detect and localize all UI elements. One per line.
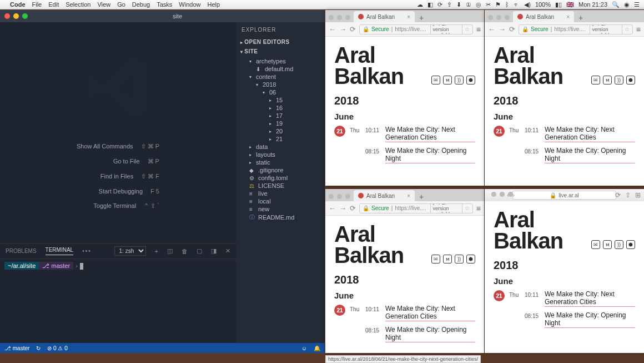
zoom-icon[interactable]	[345, 15, 350, 20]
back-icon[interactable]: ←	[488, 25, 495, 33]
menu-window[interactable]: Window	[179, 1, 200, 8]
back-icon[interactable]: ←	[329, 204, 336, 212]
share-icon[interactable]: ⇪	[625, 191, 631, 199]
new-tab-icon[interactable]: +	[415, 192, 428, 201]
tab-problems[interactable]: PROBLEMS	[6, 248, 37, 254]
rss-icon[interactable]: ))	[615, 240, 623, 249]
menubar-icon[interactable]: ✂	[486, 1, 491, 8]
address-bar[interactable]: 🔒live.ar.al	[512, 191, 616, 200]
address-bar[interactable]: 🔒 Secure | https://live.... ⇄ P2P versio…	[359, 24, 473, 34]
volume-icon[interactable]: ◀)	[524, 1, 531, 8]
close-tab-icon[interactable]: ×	[407, 193, 410, 199]
battery-icon[interactable]: ▮▯	[555, 1, 562, 8]
back-icon[interactable]: ←	[329, 25, 336, 33]
minimize-icon[interactable]	[337, 194, 342, 199]
mail-icon[interactable]: ✉	[431, 255, 440, 263]
bookmark-icon[interactable]: ☆	[465, 205, 470, 211]
split-icon[interactable]: ◫	[167, 247, 173, 255]
terminal-body[interactable]: ~/ar.al/site⎇ master›	[0, 259, 236, 273]
folder-layouts[interactable]: ▸layouts	[236, 151, 325, 158]
close-icon[interactable]	[491, 192, 496, 197]
minimize-icon[interactable]	[500, 192, 505, 197]
menubar-icon[interactable]: ᛒ	[505, 1, 509, 8]
more-icon[interactable]: •••	[82, 248, 92, 254]
post-title-link[interactable]: We Make the City: Opening Night	[385, 326, 475, 342]
file-readme[interactable]: ⓘREADME.md	[236, 213, 325, 222]
dat-icon[interactable]: ⬢	[626, 76, 635, 84]
menu-icon[interactable]: ≡	[636, 25, 641, 34]
status-branch[interactable]: ⎇ master	[4, 345, 29, 351]
post-title-link[interactable]: We Make the City: Opening Night	[545, 147, 635, 163]
file-license[interactable]: ⚖LICENSE	[236, 182, 325, 190]
folder-static[interactable]: ▸static	[236, 158, 325, 166]
p2p-badge[interactable]: ⇄ P2P version available	[430, 203, 462, 213]
dat-icon[interactable]: ⬢	[466, 255, 475, 263]
menubar-icon[interactable]: ①	[466, 1, 471, 8]
close-panel-icon[interactable]: ✕	[225, 247, 230, 255]
folder-15[interactable]: ▸15	[236, 96, 325, 104]
folder-2018[interactable]: ▾2018	[236, 81, 325, 88]
menu-icon[interactable]: ≡	[476, 204, 481, 213]
file-new[interactable]: ≡new	[236, 205, 325, 213]
minimize-icon[interactable]	[496, 15, 501, 20]
menubar-icon[interactable]: ⚑	[495, 1, 501, 8]
new-tab-icon[interactable]: +	[574, 13, 587, 22]
file-live[interactable]: ≡live	[236, 190, 325, 197]
file-gitignore[interactable]: ◆.gitignore	[236, 166, 325, 174]
browser-tab[interactable]: Aral Balkan ×	[354, 11, 415, 22]
menu-go[interactable]: Go	[117, 1, 125, 8]
menubar-icon[interactable]: ⇪	[447, 1, 452, 8]
mastodon-icon[interactable]: ᴍ	[603, 240, 612, 249]
status-face-icon[interactable]: ☺	[301, 345, 307, 351]
bookmark-icon[interactable]: ☆	[625, 26, 630, 32]
folder-17[interactable]: ▸17	[236, 112, 325, 120]
rss-icon[interactable]: ))	[455, 76, 464, 84]
browser-tab[interactable]: Aral Balkan ×	[513, 11, 574, 22]
file-default-md[interactable]: ⬇default.md	[236, 65, 325, 73]
p2p-badge[interactable]: ⇄ P2P version available	[430, 24, 462, 34]
post-title-link[interactable]: We Make the City: Next Generation Cities	[545, 290, 635, 307]
mastodon-icon[interactable]: ᴍ	[603, 76, 612, 84]
folder-content[interactable]: ▾content	[236, 73, 325, 81]
forward-icon[interactable]: →	[339, 204, 346, 212]
file-config[interactable]: ⚙config.toml	[236, 174, 325, 182]
dat-icon[interactable]: ⬢	[626, 240, 635, 249]
maximize-icon[interactable]: ▢	[197, 247, 202, 255]
menubar-icon[interactable]: ◧	[427, 1, 433, 8]
input-flag[interactable]: 🇬🇧	[566, 1, 574, 8]
forward-icon[interactable]: ›	[512, 191, 515, 199]
close-icon[interactable]	[488, 15, 493, 20]
trash-icon[interactable]: 🗑	[182, 248, 188, 255]
reload-icon[interactable]: ⟳	[615, 191, 621, 199]
status-bell-icon[interactable]: 🔔	[314, 345, 320, 351]
post-title-link[interactable]: We Make the City: Next Generation Cities	[385, 126, 475, 142]
project-section[interactable]: SITE	[236, 47, 325, 56]
post-title-link[interactable]: We Make the City: Next Generation Cities	[545, 126, 635, 142]
post-title-link[interactable]: We Make the City: Opening Night	[385, 147, 475, 163]
post-title-link[interactable]: We Make the City: Next Generation Cities	[385, 305, 475, 321]
search-icon[interactable]: 🔍	[612, 1, 620, 8]
menu-tasks[interactable]: Tasks	[157, 1, 172, 8]
zoom-icon[interactable]	[22, 13, 28, 19]
zoom-icon[interactable]	[345, 194, 350, 199]
menubar-icon[interactable]: ⟳	[437, 1, 442, 8]
folder-06[interactable]: ▾06	[236, 88, 325, 96]
reload-icon[interactable]: ⟳	[350, 25, 356, 33]
tab-terminal[interactable]: TERMINAL	[46, 247, 74, 255]
close-tab-icon[interactable]: ×	[566, 14, 570, 20]
folder-21[interactable]: ▸21	[236, 135, 325, 143]
tabs-icon[interactable]: ⊞	[635, 191, 641, 199]
rss-icon[interactable]: ))	[455, 255, 464, 263]
status-errors[interactable]: ⊘ 0 ⚠ 0	[47, 345, 67, 351]
close-tab-icon[interactable]: ×	[407, 14, 410, 20]
folder-data[interactable]: ▸data	[236, 143, 325, 151]
new-terminal-icon[interactable]: +	[155, 248, 158, 255]
zoom-icon[interactable]	[505, 15, 510, 20]
minimize-icon[interactable]	[337, 15, 342, 20]
menubar-icon[interactable]: ☁	[417, 1, 423, 8]
dat-icon[interactable]: ⬢	[466, 76, 475, 84]
close-icon[interactable]	[4, 13, 10, 19]
rss-icon[interactable]: ))	[615, 76, 623, 84]
clock[interactable]: Mon 21:23	[578, 1, 607, 8]
mastodon-icon[interactable]: ᴍ	[443, 76, 452, 84]
